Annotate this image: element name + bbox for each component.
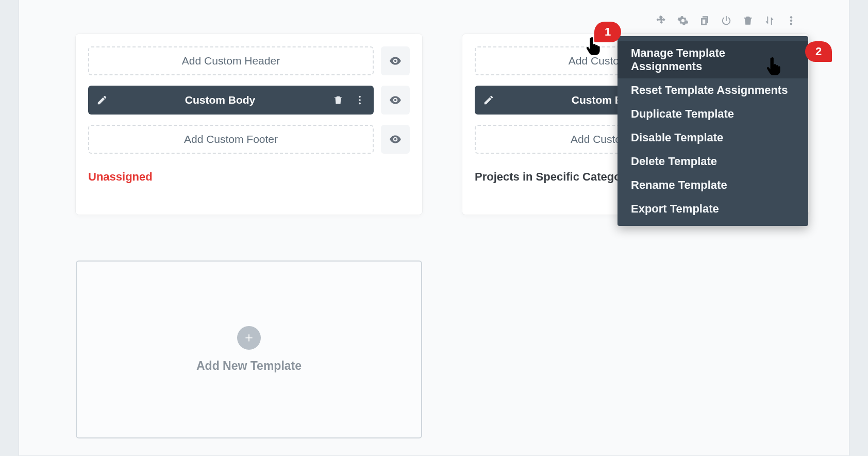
template-toolbar xyxy=(655,14,797,27)
template-card-left: Add Custom Header Custom Body xyxy=(76,34,422,215)
svg-point-3 xyxy=(790,17,792,19)
trash-icon[interactable] xyxy=(332,94,344,106)
eye-icon xyxy=(389,54,402,68)
more-vertical-icon[interactable] xyxy=(354,94,365,106)
copy-icon[interactable] xyxy=(698,14,711,27)
svg-point-0 xyxy=(359,96,361,98)
svg-point-1 xyxy=(359,99,361,101)
header-visibility-button[interactable] xyxy=(381,46,410,75)
template-actions-dropdown: Manage Template Assignments Reset Templa… xyxy=(617,36,808,226)
header-row: Add Custom Header xyxy=(88,46,410,75)
footer-row: Add Custom Footer xyxy=(88,125,410,154)
add-header-label: Add Custom Header xyxy=(182,55,280,67)
add-footer-label: Add Custom Footer xyxy=(184,133,278,145)
callout-badge-1: 1 xyxy=(594,22,621,42)
custom-body-label: Custom Body xyxy=(108,94,332,106)
assignment-status: Unassigned xyxy=(88,170,410,184)
gear-icon[interactable] xyxy=(677,14,689,27)
dropdown-item-duplicate[interactable]: Duplicate Template xyxy=(617,102,808,126)
plus-circle-icon xyxy=(237,326,261,350)
move-icon[interactable] xyxy=(655,14,667,27)
pencil-icon[interactable] xyxy=(96,94,108,106)
custom-body-bar[interactable]: Custom Body xyxy=(88,86,374,115)
add-footer-slot[interactable]: Add Custom Footer xyxy=(88,125,374,154)
dropdown-item-reset-assignments[interactable]: Reset Template Assignments xyxy=(617,78,808,102)
pencil-icon[interactable] xyxy=(483,94,494,106)
dropdown-item-export[interactable]: Export Template xyxy=(617,197,808,221)
dropdown-item-delete[interactable]: Delete Template xyxy=(617,150,808,173)
callout-badge-2: 2 xyxy=(805,41,832,62)
svg-point-2 xyxy=(359,103,361,105)
eye-icon xyxy=(389,133,402,146)
more-vertical-icon[interactable] xyxy=(785,14,797,27)
canvas: Add Custom Header Custom Body xyxy=(19,0,849,455)
dropdown-item-rename[interactable]: Rename Template xyxy=(617,173,808,197)
svg-point-5 xyxy=(790,23,792,25)
eye-icon xyxy=(389,93,402,107)
add-header-slot[interactable]: Add Custom Header xyxy=(88,46,374,75)
add-new-template-label: Add New Template xyxy=(196,359,302,373)
body-row: Custom Body xyxy=(88,86,410,115)
body-visibility-button[interactable] xyxy=(381,86,410,115)
sort-icon[interactable] xyxy=(763,14,776,27)
footer-visibility-button[interactable] xyxy=(381,125,410,154)
add-new-template-card[interactable]: Add New Template xyxy=(76,260,422,438)
trash-icon[interactable] xyxy=(742,14,754,27)
svg-point-4 xyxy=(790,20,792,22)
dropdown-item-manage-assignments[interactable]: Manage Template Assignments xyxy=(617,41,808,78)
app-frame: Add Custom Header Custom Body xyxy=(19,0,849,456)
power-icon[interactable] xyxy=(720,14,732,27)
dropdown-item-disable[interactable]: Disable Template xyxy=(617,126,808,150)
body-right-controls xyxy=(332,94,365,106)
